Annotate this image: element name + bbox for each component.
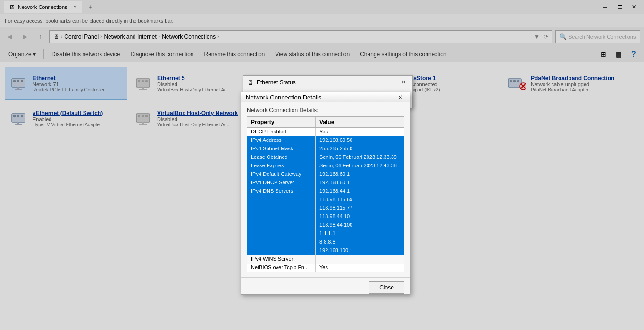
details-section-label: Network Connection Details: — [247, 107, 404, 114]
details-body: Network Connection Details: Property Val… — [241, 102, 410, 277]
details-prop: IPv4 DHCP Server — [247, 179, 316, 187]
details-val: Yes — [316, 128, 404, 136]
details-prop: IPv4 Subnet Mask — [247, 145, 316, 153]
details-val: Senin, 06 Februari 2023 12.43.38 — [316, 162, 404, 170]
details-table-scroll[interactable]: DHCP EnabledYesIPv4 Address192.168.60.50… — [247, 128, 404, 272]
details-table-header: Property Value — [247, 117, 404, 128]
details-row[interactable]: 118.98.115.69 — [247, 196, 404, 204]
details-close-button[interactable]: Close — [369, 281, 404, 294]
details-row[interactable]: IPv4 DNS Servers192.168.44.1 — [247, 187, 404, 196]
details-row[interactable]: IPv4 DHCP Server192.168.60.1 — [247, 179, 404, 187]
details-row[interactable]: IPv4 Subnet Mask255.255.255.0 — [247, 145, 404, 153]
details-row[interactable]: 8.8.8.8 — [247, 238, 404, 247]
details-val: 8.8.8.8 — [316, 238, 404, 247]
details-prop: Lease Obtained — [247, 153, 316, 162]
details-row[interactable]: 118.98.115.77 — [247, 204, 404, 213]
details-val: Yes — [316, 264, 404, 272]
details-val: 118.98.115.69 — [316, 196, 404, 204]
details-prop — [247, 230, 316, 238]
details-val: 118.98.44.10 — [316, 213, 404, 221]
col-property: Property — [247, 117, 316, 127]
details-prop: IPv4 Default Gateway — [247, 170, 316, 179]
details-prop: IPv4 Address — [247, 136, 316, 145]
details-title-bar: Network Connection Details ✕ — [241, 92, 410, 102]
ethernet-status-title: Ethernet Status — [257, 79, 398, 86]
details-row[interactable]: 118.98.44.10 — [247, 213, 404, 221]
details-val: 192.168.44.1 — [316, 187, 404, 196]
details-prop — [247, 204, 316, 213]
details-prop: DHCP Enabled — [247, 128, 316, 136]
details-table: Property Value DHCP EnabledYesIPv4 Addre… — [247, 116, 404, 272]
details-val: Senin, 06 Februari 2023 12.33.39 — [316, 153, 404, 162]
details-row[interactable]: IPv4 Address192.168.60.50 — [247, 136, 404, 145]
network-details-dialog: Network Connection Details ✕ Network Con… — [241, 92, 410, 295]
details-close-x-button[interactable]: ✕ — [395, 92, 405, 102]
details-row[interactable]: Lease ObtainedSenin, 06 Februari 2023 12… — [247, 153, 404, 162]
details-val: 1.1.1.1 — [316, 230, 404, 238]
col-value: Value — [316, 117, 404, 127]
details-val: 255.255.255.0 — [316, 145, 404, 153]
details-row[interactable]: Lease ExpiresSenin, 06 Februari 2023 12.… — [247, 162, 404, 170]
details-row[interactable]: IPv4 WINS Server — [247, 255, 404, 264]
details-val: 192.168.60.1 — [316, 179, 404, 187]
details-val — [316, 255, 404, 264]
details-prop: Lease Expires — [247, 162, 316, 170]
ethernet-status-title-bar: 🖥 Ethernet Status ✕ — [243, 76, 412, 89]
details-row[interactable]: 1.1.1.1 — [247, 230, 404, 238]
details-prop — [247, 221, 316, 230]
details-val: 118.98.44.100 — [316, 221, 404, 230]
details-prop — [247, 196, 316, 204]
details-prop: IPv4 DNS Servers — [247, 187, 316, 196]
details-prop — [247, 213, 316, 221]
details-val: 118.98.115.77 — [316, 204, 404, 213]
details-row[interactable]: NetBIOS over Tcpip En...Yes — [247, 264, 404, 272]
details-row[interactable]: 192.168.100.1 — [247, 247, 404, 255]
details-row[interactable]: IPv4 Default Gateway192.168.60.1 — [247, 170, 404, 179]
ethernet-status-icon: 🖥 — [247, 79, 254, 86]
details-prop: NetBIOS over Tcpip En... — [247, 264, 316, 272]
details-val: 192.168.60.50 — [316, 136, 404, 145]
ethernet-status-close[interactable]: ✕ — [398, 78, 409, 87]
details-title-text: Network Connection Details — [246, 94, 321, 101]
details-row[interactable]: DHCP EnabledYes — [247, 128, 404, 136]
details-val: 192.168.100.1 — [316, 247, 404, 255]
details-prop — [247, 238, 316, 247]
details-prop — [247, 247, 316, 255]
details-val: 192.168.60.1 — [316, 170, 404, 179]
details-footer: Close — [241, 277, 410, 297]
details-prop: IPv4 WINS Server — [247, 255, 316, 264]
details-row[interactable]: 118.98.44.100 — [247, 221, 404, 230]
